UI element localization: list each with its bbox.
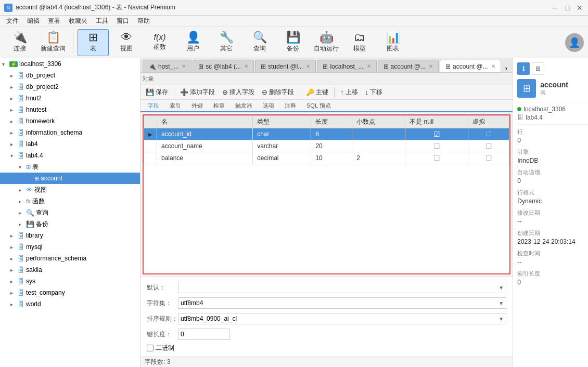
sidebar-item-performance-schema[interactable]: 🗄 performance_schema <box>0 253 140 264</box>
toolbar-other[interactable]: 🔧 其它 <box>211 29 242 56</box>
toolbar-model[interactable]: 🗂 模型 <box>344 29 375 56</box>
move-up-button[interactable]: ↑ 上移 <box>337 87 361 98</box>
delete-field-button[interactable]: ⊖ 删除字段 <box>259 87 297 98</box>
field-notnull-cell[interactable]: ☐ <box>405 140 468 152</box>
sidebar-item-localhost[interactable]: ⚡ localhost_3306 <box>0 58 140 70</box>
menu-view[interactable]: 查看 <box>44 16 65 27</box>
default-select[interactable]: ▼ <box>178 282 506 293</box>
sidebar-item-db-project2[interactable]: 🗄 db_project2 <box>0 81 140 93</box>
toolbar-function[interactable]: f(x) 函数 <box>144 29 175 56</box>
sidebar-item-test-company[interactable]: 🗄 test_company <box>0 287 140 298</box>
binary-checkbox[interactable] <box>147 345 154 351</box>
sidebar-item-hnut2[interactable]: 🗄 hnut2 <box>0 93 140 104</box>
sidebar-item-world[interactable]: 🗄 world <box>0 298 140 310</box>
toolbar-query[interactable]: 🔍 查询 <box>244 29 275 56</box>
tab-account2-close[interactable]: ✕ <box>491 63 495 69</box>
field-notnull-cell[interactable]: ☐ <box>405 152 468 164</box>
menu-file[interactable]: 文件 <box>2 16 23 27</box>
table-row[interactable]: account_name varchar 20 ☐ ☐ <box>144 140 509 152</box>
collation-select[interactable]: utf8mb4_0900_ai_ci ▼ <box>178 313 506 324</box>
field-name-cell[interactable]: account_id <box>157 128 253 140</box>
user-avatar[interactable]: 👤 <box>565 33 584 52</box>
menu-edit[interactable]: 编辑 <box>23 16 44 27</box>
keylength-input[interactable] <box>178 329 230 340</box>
insert-field-button[interactable]: ⊕ 插入字段 <box>219 87 258 98</box>
tab-host[interactable]: 🔌 host_... ✕ <box>143 60 191 72</box>
table-row[interactable]: balance decimal 10 2 ☐ ☐ <box>144 152 509 164</box>
sidebar-item-information-schema[interactable]: 🗄 information_schema <box>0 127 140 138</box>
primary-key-button[interactable]: 🔑 主键 <box>303 87 331 98</box>
move-down-button[interactable]: ↓ 下移 <box>362 87 386 98</box>
sidebar-item-lab44[interactable]: 🗄 lab4.4 <box>0 150 140 161</box>
maximize-button[interactable]: □ <box>563 4 571 12</box>
sidebar-item-tables[interactable]: ⊞ 表 <box>0 161 140 173</box>
menu-tools[interactable]: 工具 <box>92 16 112 27</box>
sidebar-item-sys[interactable]: 🗄 sys <box>0 276 140 287</box>
field-type-cell[interactable]: varchar <box>253 140 311 152</box>
field-length-cell[interactable]: 20 <box>311 140 352 152</box>
tab-student[interactable]: ⊞ student @l... ✕ <box>255 60 316 72</box>
sidebar-item-sakila[interactable]: 🗄 sakila <box>0 264 140 276</box>
toolbar-connect[interactable]: 🔌 连接 <box>4 29 35 56</box>
grid-icon-btn[interactable]: ⊞ <box>532 62 544 75</box>
tab-student-close[interactable]: ✕ <box>306 63 310 69</box>
subtab-fields[interactable]: 字段 <box>143 100 164 112</box>
field-length-cell[interactable]: 10 <box>311 152 352 164</box>
tab-sc-close[interactable]: ✕ <box>244 63 248 69</box>
toolbar-automation[interactable]: 🤖 自动运行 <box>311 29 342 56</box>
tab-localhost-close[interactable]: ✕ <box>367 63 371 69</box>
tab-account2[interactable]: ⊞ account @... ✕ <box>440 60 501 72</box>
info-icon-btn[interactable]: ℹ <box>517 62 530 75</box>
tab-more-button[interactable]: › <box>502 64 511 72</box>
field-type-cell[interactable]: decimal <box>253 152 311 164</box>
toolbar-user[interactable]: 👤 用户 <box>177 29 209 56</box>
add-field-button[interactable]: ➕ 添加字段 <box>177 87 218 98</box>
sidebar-item-backups[interactable]: 💾 备份 <box>0 218 140 230</box>
field-notnull-cell[interactable]: ☑ <box>405 128 468 140</box>
tab-localhost[interactable]: ⊞ localhost_... ✕ <box>317 60 376 72</box>
tab-sc[interactable]: ⊞ sc @lab4 (... ✕ <box>193 60 254 72</box>
tab-account1-close[interactable]: ✕ <box>429 63 433 69</box>
field-name-cell[interactable]: account_name <box>157 140 253 152</box>
subtab-foreign-keys[interactable]: 外键 <box>186 100 208 112</box>
sidebar-item-functions[interactable]: fx 函数 <box>0 195 140 207</box>
menu-window[interactable]: 窗口 <box>112 16 133 27</box>
subtab-indexes[interactable]: 索引 <box>164 100 186 112</box>
sidebar-item-homework[interactable]: 🗄 homework <box>0 115 140 127</box>
toolbar-view[interactable]: 👁 视图 <box>111 29 142 56</box>
sidebar-item-views[interactable]: 👁 视图 <box>0 184 140 195</box>
charset-select[interactable]: utf8mb4 ▼ <box>178 297 506 309</box>
toolbar-table[interactable]: ⊞ 表 <box>78 29 109 56</box>
sidebar-item-lab4[interactable]: 🗄 lab4 <box>0 138 140 150</box>
sidebar-item-queries[interactable]: 🔍 查询 <box>0 207 140 218</box>
field-virtual-cell[interactable]: ☐ <box>468 140 509 152</box>
close-button[interactable]: ✕ <box>576 4 584 12</box>
sidebar-item-library[interactable]: 🗄 library <box>0 230 140 241</box>
field-decimal-cell[interactable]: 2 <box>352 152 405 164</box>
table-row[interactable]: ▶ account_id char 6 ☑ ☐ <box>144 128 509 140</box>
subtab-check[interactable]: 检查 <box>208 100 230 112</box>
field-decimal-cell[interactable] <box>352 128 405 140</box>
subtab-options[interactable]: 选项 <box>258 100 279 112</box>
field-virtual-cell[interactable]: ☐ <box>468 128 509 140</box>
menu-help[interactable]: 帮助 <box>133 16 154 27</box>
menu-favorites[interactable]: 收藏夹 <box>65 16 92 27</box>
sidebar-item-account[interactable]: ⊞ account <box>0 173 140 184</box>
sidebar-item-mysql[interactable]: 🗄 mysql <box>0 241 140 253</box>
field-name-cell[interactable]: balance <box>157 152 253 164</box>
toolbar-new-query[interactable]: 📋 新建查询 <box>37 29 69 56</box>
field-virtual-cell[interactable]: ☐ <box>468 152 509 164</box>
toolbar-chart[interactable]: 📊 图表 <box>377 29 408 56</box>
tab-host-close[interactable]: ✕ <box>182 63 186 69</box>
subtab-comment[interactable]: 注释 <box>279 100 301 112</box>
toolbar-backup[interactable]: 💾 备份 <box>277 29 309 56</box>
field-decimal-cell[interactable] <box>352 140 405 152</box>
tab-account1[interactable]: ⊞ account @... ✕ <box>378 60 439 72</box>
sidebar-item-db-project[interactable]: 🗄 db_project <box>0 70 140 81</box>
field-length-cell[interactable]: 6 <box>311 128 352 140</box>
field-type-cell[interactable]: char <box>253 128 311 140</box>
subtab-sql-preview[interactable]: SQL 预览 <box>301 100 336 112</box>
save-button[interactable]: 💾 保存 <box>143 87 171 98</box>
sidebar-item-hnutest[interactable]: 🗄 hnutest <box>0 104 140 115</box>
subtab-triggers[interactable]: 触发器 <box>230 100 258 112</box>
